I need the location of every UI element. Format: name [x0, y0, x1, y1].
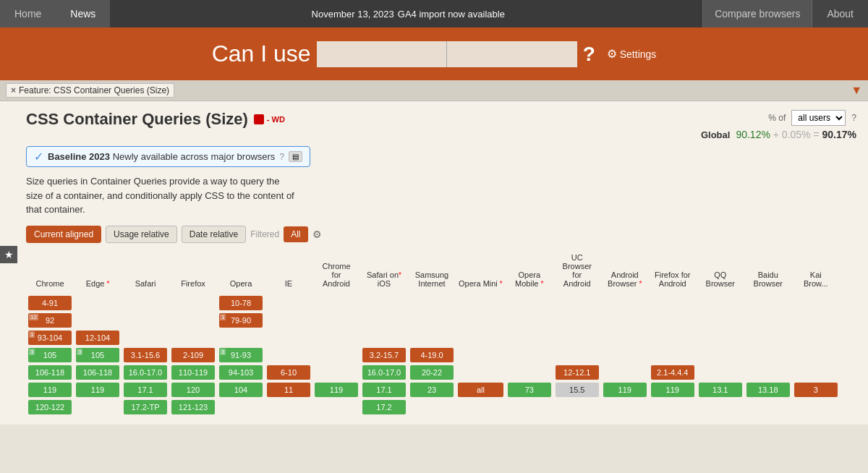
close-tag-button[interactable]: ×	[11, 85, 16, 95]
baseline-desc-text: Newly available across major browsers	[113, 151, 276, 162]
cell-samsung[interactable]: 20-22	[408, 364, 456, 381]
cell-chrome[interactable]: 119	[26, 381, 74, 399]
cell-chrome[interactable]: 3105	[26, 346, 74, 364]
cell-opera-mobile	[506, 399, 553, 416]
cell-firefox[interactable]: 2-109	[169, 346, 217, 364]
cell-samsung	[408, 329, 456, 346]
cell-ie[interactable]: 6-10	[265, 364, 312, 381]
cell-kai[interactable]: 3	[792, 381, 840, 399]
cell-opera-mini	[456, 346, 506, 364]
tab-settings-icon[interactable]: ⚙	[312, 229, 322, 240]
cell-opera[interactable]: 104	[217, 381, 265, 399]
cell-kai	[792, 399, 840, 416]
cell-opera[interactable]: 94-103	[217, 364, 265, 381]
usage-pct-of-label: % of	[768, 113, 786, 123]
search-input-primary[interactable]	[317, 41, 447, 67]
cell-uc[interactable]: 12-12.1	[553, 364, 601, 381]
cell-kai	[792, 364, 840, 381]
star-button[interactable]: ★	[0, 246, 17, 263]
cell-samsung[interactable]: 4-19.0	[408, 346, 456, 364]
compare-browsers-button[interactable]: Compare browsers	[702, 0, 812, 27]
usage-help-icon[interactable]: ?	[851, 113, 856, 123]
cell-edge	[74, 312, 122, 329]
cell-edge[interactable]: 119	[74, 381, 122, 399]
cell-qq[interactable]: 13.1	[697, 381, 744, 399]
cell-opera[interactable]: 179-90	[217, 312, 265, 329]
cell-safari[interactable]: 17.2-TP	[122, 399, 169, 416]
cell-qq	[697, 312, 744, 329]
cell-safari-ios[interactable]: 16.0-17.0	[360, 364, 408, 381]
cell-safari[interactable]: 3.1-15.6	[122, 346, 169, 364]
cell-opera[interactable]: 391-93	[217, 346, 265, 364]
pct-total: 90.17%	[822, 129, 856, 140]
cell-kai	[792, 294, 840, 312]
baseline-info-icon[interactable]: ?	[279, 152, 284, 162]
cell-chrome-android	[312, 399, 360, 416]
cell-firefox-android[interactable]: 2.1-4.4.4	[649, 364, 697, 381]
cell-firefox-android	[649, 294, 697, 312]
cell-edge[interactable]: 12-104	[74, 329, 122, 346]
feature-title-area: CSS Container Queries (Size) - WD	[26, 110, 285, 129]
nav-news[interactable]: News	[56, 0, 110, 27]
cell-samsung[interactable]: 23	[408, 381, 456, 399]
cell-safari-ios[interactable]: 17.2	[360, 399, 408, 416]
users-select[interactable]: all users	[791, 110, 846, 126]
baseline-checkmark-icon: ✓	[34, 150, 43, 163]
table-row: 193-104 12-104	[26, 329, 840, 346]
cell-opera-mobile	[506, 364, 553, 381]
cell-edge[interactable]: 106-118	[74, 364, 122, 381]
cell-opera-mobile	[506, 294, 553, 312]
cell-chrome[interactable]: 106-118	[26, 364, 74, 381]
cell-chrome[interactable]: 120-122	[26, 399, 74, 416]
th-uc: UCBrowserforAndroid	[553, 252, 601, 294]
cell-chrome-android	[312, 364, 360, 381]
pct-green: 90.12%	[736, 129, 770, 140]
tab-usage-relative[interactable]: Usage relative	[106, 226, 177, 243]
search-input-secondary[interactable]	[447, 41, 577, 67]
cell-chrome-android[interactable]: 119	[312, 381, 360, 399]
cell-qq	[697, 329, 744, 346]
cell-safari[interactable]: 16.0-17.0	[122, 364, 169, 381]
cell-safari-ios[interactable]: 3.2-15.7	[360, 346, 408, 364]
browser-header-row: Chrome Edge * Safari	[26, 252, 840, 294]
cell-chrome[interactable]: 4-91	[26, 294, 74, 312]
feature-header: CSS Container Queries (Size) - WD % of a…	[26, 110, 856, 140]
search-inputs	[317, 41, 577, 67]
th-ie: IE	[265, 252, 312, 294]
cell-baidu[interactable]: 13.18	[744, 381, 792, 399]
filter-all-button[interactable]: All	[284, 226, 307, 242]
browser-support-table: Chrome Edge * Safari	[26, 252, 840, 416]
cell-chrome-android	[312, 312, 360, 329]
cell-firefox	[169, 312, 217, 329]
cell-safari[interactable]: 17.1	[122, 381, 169, 399]
cell-opera-mobile[interactable]: 73	[506, 381, 553, 399]
about-button[interactable]: About	[812, 0, 868, 27]
cell-firefox[interactable]: 110-119	[169, 364, 217, 381]
cell-edge[interactable]: 3105	[74, 346, 122, 364]
cell-android[interactable]: 119	[601, 381, 649, 399]
cell-ie	[265, 312, 312, 329]
cell-chrome[interactable]: 193-104	[26, 329, 74, 346]
spec-icon	[254, 114, 264, 124]
tab-current-aligned[interactable]: Current aligned	[26, 226, 101, 243]
baseline-badge: ✓ Baseline 2023 Newly available across m…	[26, 146, 310, 167]
cell-firefox[interactable]: 121-123	[169, 399, 217, 416]
settings-link[interactable]: ⚙ Settings	[607, 47, 657, 61]
cell-opera-mini[interactable]: all	[456, 381, 506, 399]
baseline-embed-button[interactable]: ▤	[289, 151, 302, 162]
announcement-text: GA4 import now available	[398, 9, 505, 20]
cell-uc[interactable]: 15.5	[553, 381, 601, 399]
cell-kai	[792, 346, 840, 364]
nav-home[interactable]: Home	[0, 0, 56, 27]
th-kai: KaiBrow...	[792, 252, 840, 294]
cell-firefox[interactable]: 120	[169, 381, 217, 399]
filter-icon[interactable]: ▼	[851, 84, 862, 97]
cell-ie[interactable]: 11	[265, 381, 312, 399]
cell-chrome[interactable]: 1292	[26, 312, 74, 329]
cell-android	[601, 346, 649, 364]
cell-firefox-android[interactable]: 119	[649, 381, 697, 399]
cell-opera[interactable]: 10-78	[217, 294, 265, 312]
cell-safari-ios[interactable]: 17.1	[360, 381, 408, 399]
cell-firefox-android	[649, 329, 697, 346]
tab-date-relative[interactable]: Date relative	[182, 226, 246, 243]
